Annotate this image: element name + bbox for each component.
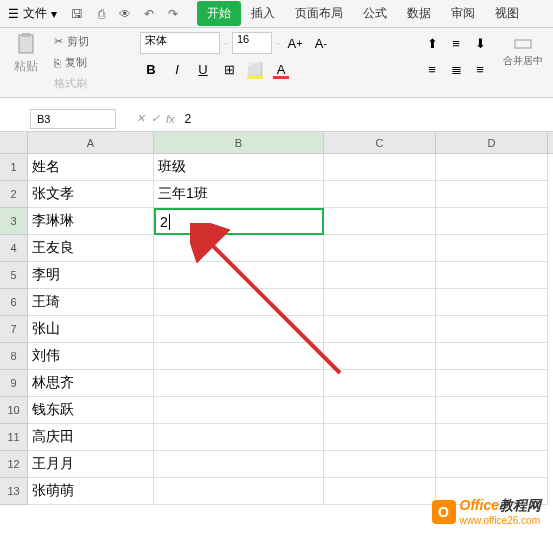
align-center-button[interactable]: ≣ <box>445 58 467 80</box>
row-header[interactable]: 2 <box>0 181 28 208</box>
cell[interactable] <box>324 262 436 289</box>
col-header-c[interactable]: C <box>324 132 436 153</box>
cell[interactable]: 刘伟 <box>28 343 154 370</box>
tab-formula[interactable]: 公式 <box>353 1 397 26</box>
row-header[interactable]: 7 <box>0 316 28 343</box>
cell[interactable]: 王月月 <box>28 451 154 478</box>
cell[interactable]: 王友良 <box>28 235 154 262</box>
file-menu[interactable]: ☰ 文件 ▾ <box>8 5 57 22</box>
cell[interactable] <box>154 316 324 343</box>
cell[interactable] <box>436 262 548 289</box>
row-header[interactable]: 13 <box>0 478 28 505</box>
col-header-d[interactable]: D <box>436 132 548 153</box>
cell[interactable] <box>436 451 548 478</box>
col-header-b[interactable]: B <box>154 132 324 153</box>
cell[interactable]: 张萌萌 <box>28 478 154 505</box>
align-left-button[interactable]: ≡ <box>421 58 443 80</box>
cell[interactable] <box>324 478 436 505</box>
undo-icon[interactable]: ↶ <box>141 6 157 22</box>
format-painter-button[interactable]: 格式刷 <box>48 74 95 93</box>
cell[interactable] <box>154 289 324 316</box>
font-size-select[interactable]: 16 <box>232 32 272 54</box>
decrease-font-button[interactable]: A- <box>310 32 332 54</box>
print-icon[interactable]: ⎙ <box>93 6 109 22</box>
copy-button[interactable]: ⎘复制 <box>48 53 95 72</box>
cell[interactable] <box>436 370 548 397</box>
cell[interactable]: 李明 <box>28 262 154 289</box>
align-top-button[interactable]: ⬆ <box>421 32 443 54</box>
preview-icon[interactable]: 👁 <box>117 6 133 22</box>
cell[interactable] <box>324 424 436 451</box>
cell[interactable] <box>436 316 548 343</box>
cell[interactable] <box>154 343 324 370</box>
cell[interactable] <box>324 343 436 370</box>
cell[interactable]: 张文孝 <box>28 181 154 208</box>
underline-button[interactable]: U <box>192 58 214 80</box>
paste-button[interactable]: 粘贴 <box>8 32 44 93</box>
cell[interactable] <box>154 235 324 262</box>
cell[interactable]: 林思齐 <box>28 370 154 397</box>
cell[interactable] <box>324 235 436 262</box>
cell[interactable] <box>154 397 324 424</box>
fill-color-button[interactable]: ⬜ <box>244 58 266 80</box>
cell[interactable] <box>324 289 436 316</box>
row-header[interactable]: 1 <box>0 154 28 181</box>
row-header[interactable]: 9 <box>0 370 28 397</box>
row-header[interactable]: 5 <box>0 262 28 289</box>
cell[interactable] <box>436 208 548 235</box>
cell[interactable] <box>436 424 548 451</box>
tab-insert[interactable]: 插入 <box>241 1 285 26</box>
name-box[interactable]: B3 <box>30 109 116 129</box>
cell[interactable] <box>324 208 436 235</box>
cell[interactable]: 李琳琳 <box>28 208 154 235</box>
cell[interactable] <box>154 478 324 505</box>
row-header[interactable]: 6 <box>0 289 28 316</box>
cell[interactable] <box>436 397 548 424</box>
cell[interactable] <box>324 451 436 478</box>
cell[interactable] <box>324 181 436 208</box>
tab-home[interactable]: 开始 <box>197 1 241 26</box>
cell[interactable] <box>154 424 324 451</box>
cell[interactable]: 钱东跃 <box>28 397 154 424</box>
font-color-button[interactable]: A <box>270 58 292 80</box>
redo-icon[interactable]: ↷ <box>165 6 181 22</box>
merge-center-button[interactable]: 合并居中 <box>501 32 545 93</box>
confirm-icon[interactable]: ✓ <box>151 112 160 125</box>
cell[interactable]: 班级 <box>154 154 324 181</box>
cell[interactable] <box>324 397 436 424</box>
row-header[interactable]: 10 <box>0 397 28 424</box>
row-header[interactable]: 11 <box>0 424 28 451</box>
cell[interactable] <box>324 370 436 397</box>
cell[interactable] <box>436 181 548 208</box>
increase-font-button[interactable]: A+ <box>284 32 306 54</box>
formula-bar[interactable]: 2 <box>181 112 196 126</box>
fx-icon[interactable]: fx <box>166 113 175 125</box>
cancel-icon[interactable]: ✕ <box>136 112 145 125</box>
cell[interactable] <box>436 235 548 262</box>
cell[interactable]: 高庆田 <box>28 424 154 451</box>
row-header[interactable]: 12 <box>0 451 28 478</box>
save-icon[interactable]: 🖫 <box>69 6 85 22</box>
align-middle-button[interactable]: ≡ <box>445 32 467 54</box>
cell[interactable] <box>154 370 324 397</box>
select-all-corner[interactable] <box>0 132 28 153</box>
border-button[interactable]: ⊞ <box>218 58 240 80</box>
row-header[interactable]: 8 <box>0 343 28 370</box>
align-right-button[interactable]: ≡ <box>469 58 491 80</box>
tab-view[interactable]: 视图 <box>485 1 529 26</box>
cut-button[interactable]: ✂剪切 <box>48 32 95 51</box>
cell[interactable] <box>324 154 436 181</box>
cell[interactable] <box>436 343 548 370</box>
col-header-a[interactable]: A <box>28 132 154 153</box>
cell[interactable] <box>154 262 324 289</box>
font-name-select[interactable]: 宋体 <box>140 32 220 54</box>
cell[interactable] <box>436 289 548 316</box>
row-header[interactable]: 4 <box>0 235 28 262</box>
italic-button[interactable]: I <box>166 58 188 80</box>
cell[interactable]: 张山 <box>28 316 154 343</box>
bold-button[interactable]: B <box>140 58 162 80</box>
tab-review[interactable]: 审阅 <box>441 1 485 26</box>
cell[interactable]: 三年1班 <box>154 181 324 208</box>
cell[interactable]: 王琦 <box>28 289 154 316</box>
tab-layout[interactable]: 页面布局 <box>285 1 353 26</box>
